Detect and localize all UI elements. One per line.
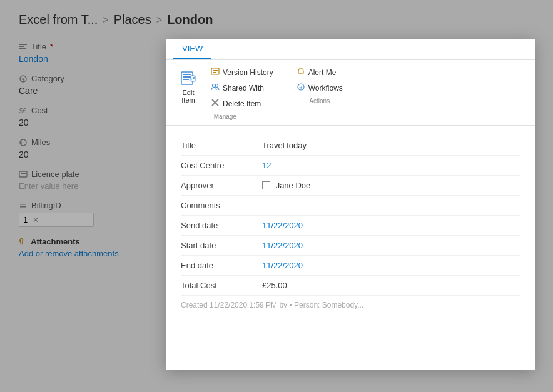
send-date-label: Send date [181,221,262,230]
ribbon-content: EditItem Version History Shared W [166,60,535,126]
cost-centre-value[interactable]: 12 [262,161,271,170]
approver-value: Jane Doe [262,181,310,190]
overflow-text: Created 11/22/2020 1:59 PM by ▪ Person: … [181,301,363,309]
version-history-label: Version History [223,68,273,77]
detail-row-approver: Approver Jane Doe [181,176,520,196]
edit-item-button[interactable]: EditItem [173,65,203,106]
alert-me-icon [297,67,305,78]
ribbon-group-manage: EditItem Version History Shared W [166,63,285,123]
alert-me-button[interactable]: Alert Me [293,65,347,79]
end-date-value: 11/22/2020 [262,261,303,270]
svg-rect-12 [183,74,191,75]
shared-with-label: Shared With [223,84,264,93]
end-date-label: End date [181,261,262,270]
detail-row-end-date: End date 11/22/2020 [181,256,520,276]
shared-with-button[interactable]: Shared With [207,81,277,95]
version-history-icon [211,67,220,78]
title-detail-label: Title [181,141,262,150]
workflows-button[interactable]: Workflows [293,81,347,95]
edit-item-icon [178,68,198,88]
svg-rect-20 [213,72,216,73]
delete-item-icon [211,98,220,109]
workflows-icon [297,83,305,93]
version-history-button[interactable]: Version History [207,65,277,79]
approver-name: Jane Doe [276,181,311,190]
ribbon-group-actions: Alert Me Workflows Actions [285,63,354,123]
detail-row-cost-centre: Cost Centre 12 [181,156,520,176]
title-detail-value: Travel today [262,141,307,150]
send-date-value: 11/22/2020 [262,221,303,230]
svg-rect-14 [183,79,189,80]
delete-item-button[interactable]: Delete Item [207,96,277,111]
detail-row-total-cost: Total Cost £25.00 [181,276,520,296]
start-date-value: 11/22/2020 [262,241,303,250]
svg-rect-13 [183,76,191,78]
total-cost-label: Total Cost [181,281,262,290]
svg-rect-18 [211,68,219,74]
ribbon-actions-small: Alert Me Workflows [293,65,347,95]
detail-row-overflow: Created 11/22/2020 1:59 PM by ▪ Person: … [181,296,520,314]
ribbon-tabs: VIEW [173,39,527,59]
dialog-body: Title Travel today Cost Centre 12 Approv… [166,126,535,370]
comments-label: Comments [181,201,262,210]
total-cost-value: £25.00 [262,281,287,290]
ribbon-manage-items: EditItem Version History Shared W [173,65,277,111]
ribbon-small-buttons: Version History Shared With Delete Item [207,65,277,111]
workflows-label: Workflows [308,84,343,93]
cost-centre-label: Cost Centre [181,161,262,170]
actions-group-label: Actions [309,98,330,104]
dialog: VIEW [166,39,535,370]
delete-item-label: Delete Item [223,99,261,108]
shared-with-icon [211,83,220,93]
detail-row-title: Title Travel today [181,136,520,156]
start-date-label: Start date [181,241,262,250]
svg-point-25 [298,84,304,90]
svg-rect-19 [213,70,218,71]
approver-label: Approver [181,181,262,190]
detail-row-send-date: Send date 11/22/2020 [181,216,520,236]
approver-checkbox [262,181,270,189]
manage-group-label: Manage [214,113,236,120]
detail-row-comments: Comments [181,196,520,216]
tab-view[interactable]: VIEW [173,39,211,59]
alert-me-label: Alert Me [308,68,337,77]
detail-row-start-date: Start date 11/22/2020 [181,236,520,256]
ribbon: VIEW [166,39,535,60]
ribbon-actions-items: Alert Me Workflows [293,65,347,95]
edit-item-label: EditItem [181,89,195,104]
